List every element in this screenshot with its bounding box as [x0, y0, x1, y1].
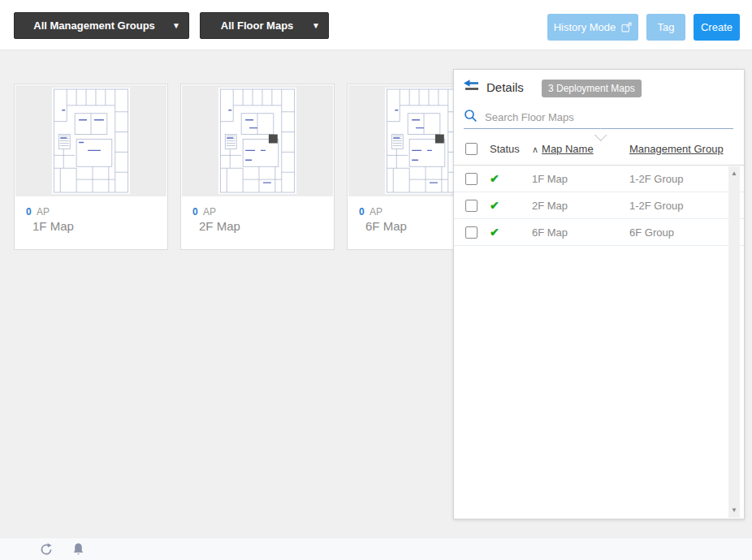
floor-map-card-1f[interactable]: 0 AP 1F Map [14, 84, 168, 250]
details-title: Details [486, 80, 524, 94]
select-all-checkbox[interactable] [465, 143, 478, 155]
ap-count-line: 0 AP [26, 206, 167, 218]
floor-maps-dropdown[interactable]: All Floor Maps ▼ [200, 12, 329, 39]
scroll-down-icon[interactable]: ▼ [728, 505, 740, 516]
refresh-icon[interactable] [39, 542, 54, 557]
row-checkbox[interactable] [465, 173, 478, 185]
panel-scrollbar[interactable]: ▲ ▼ [728, 166, 740, 518]
deployment-maps-badge: 3 Deployment Maps [542, 80, 642, 97]
floor-map-name: 1F Map [32, 219, 167, 233]
ap-count: 0 [192, 206, 198, 218]
management-groups-dropdown[interactable]: All Management Groups ▼ [14, 12, 189, 39]
toolbar-actions: History Mode Tag Create [547, 14, 740, 41]
status-check-icon: ✔ [490, 199, 532, 212]
caret-down-icon: ▼ [312, 21, 320, 30]
details-panel-header: Details 3 Deployment Maps [454, 70, 744, 127]
management-groups-dropdown-label: All Management Groups [23, 19, 166, 32]
column-management-group[interactable]: Management Group [629, 143, 744, 155]
map-name-cell: 2F Map [532, 200, 629, 212]
floor-plan-image [52, 88, 130, 194]
sort-ascending-icon: ∧ [532, 144, 538, 154]
floor-plan-thumbnail [15, 85, 166, 196]
floor-plan-image [385, 88, 463, 194]
table-body: ✔ 1F Map 1-2F Group ✔ 2F Map 1-2F Group … [454, 166, 744, 246]
table-row[interactable]: ✔ 6F Map 6F Group [454, 219, 744, 246]
status-check-icon: ✔ [490, 172, 532, 185]
column-status: Status [490, 143, 532, 155]
map-name-cell: 1F Map [532, 173, 629, 185]
management-group-cell: 1-2F Group [629, 173, 744, 185]
footer-bar [0, 537, 752, 560]
column-map-name[interactable]: ∧Map Name [532, 143, 629, 155]
ap-label: AP [203, 206, 216, 218]
equipment-room-marker [269, 135, 278, 144]
map-name-cell: 6F Map [532, 226, 629, 239]
table-row[interactable]: ✔ 2F Map 1-2F Group [454, 192, 744, 219]
details-back-button[interactable]: Details [464, 80, 524, 95]
toolbar: All Management Groups ▼ All Floor Maps ▼… [0, 0, 752, 50]
ap-count: 0 [26, 206, 32, 218]
floor-plan-thumbnail [182, 85, 333, 196]
details-panel: Details 3 Deployment Maps Status [453, 69, 745, 519]
app-root: All Management Groups ▼ All Floor Maps ▼… [0, 0, 752, 560]
history-mode-label: History Mode [554, 21, 616, 33]
table-row[interactable]: ✔ 1F Map 1-2F Group [454, 166, 744, 192]
external-link-icon [621, 22, 632, 32]
search-icon [464, 109, 478, 126]
floor-plan-image [218, 88, 296, 194]
floor-map-name: 2F Map [199, 219, 334, 233]
ap-count: 0 [359, 206, 365, 218]
tag-button[interactable]: Tag [646, 14, 685, 41]
equipment-room-marker [435, 135, 444, 144]
row-checkbox[interactable] [465, 200, 478, 212]
search-input[interactable] [485, 111, 733, 123]
management-group-cell: 1-2F Group [629, 200, 744, 212]
search-row [464, 106, 733, 129]
scroll-up-icon[interactable]: ▲ [728, 168, 740, 179]
floor-maps-dropdown-label: All Floor Maps [209, 19, 305, 32]
status-check-icon: ✔ [490, 226, 532, 239]
management-group-cell: 6F Group [629, 226, 744, 239]
ap-count-line: 0 AP [192, 206, 334, 218]
row-checkbox[interactable] [465, 226, 478, 239]
history-mode-button[interactable]: History Mode [547, 14, 638, 41]
floor-map-card-2f[interactable]: 0 AP 2F Map [180, 84, 335, 250]
create-button[interactable]: Create [694, 14, 740, 41]
ap-label: AP [370, 206, 382, 218]
collapse-left-icon [464, 80, 480, 95]
content-area: 0 AP 1F Map [0, 50, 752, 537]
notifications-bell-icon[interactable] [71, 542, 85, 557]
caret-down-icon: ▼ [172, 21, 180, 30]
ap-label: AP [37, 206, 50, 218]
